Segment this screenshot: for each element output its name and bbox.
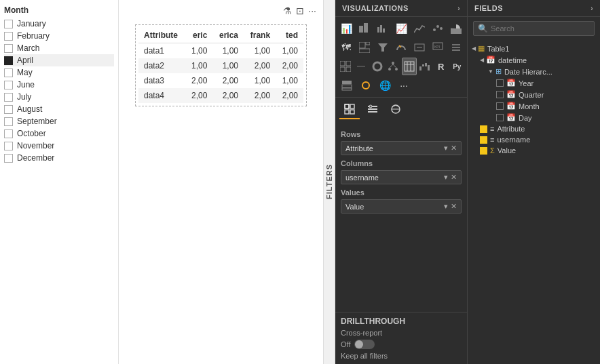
checkbox-january[interactable] <box>4 20 13 28</box>
viz-toolbar-fields-icon[interactable] <box>339 100 360 119</box>
tree-item-quarter[interactable]: 📅 Quarter <box>472 89 596 100</box>
columns-close[interactable]: ✕ <box>451 173 457 182</box>
viz-icon-treemap[interactable] <box>356 39 373 56</box>
viz-icon-decomp[interactable] <box>386 58 400 75</box>
more-icon[interactable]: ··· <box>308 5 316 16</box>
viz-icon-py[interactable]: Py <box>450 58 464 75</box>
checkbox-april[interactable] <box>4 56 13 65</box>
viz-icon-stacked-bar[interactable] <box>356 20 373 37</box>
viz-toolbar-format-icon[interactable] <box>362 100 383 119</box>
tree-item-year[interactable]: 📅 Year <box>472 77 596 89</box>
month-item-april[interactable]: April <box>4 54 114 66</box>
viz-icon-table[interactable] <box>402 58 417 75</box>
viz-icon-matrix[interactable] <box>338 58 352 75</box>
checkbox-may[interactable] <box>4 68 13 77</box>
tree-item-datetime[interactable]: ◀ 📅 datetime <box>472 54 596 66</box>
checkbox-march[interactable] <box>4 44 13 53</box>
checkbox-quarter[interactable] <box>496 91 504 98</box>
checkbox-year[interactable] <box>496 79 504 87</box>
tree-item-username[interactable]: ≡ username <box>472 134 596 145</box>
month-item-february[interactable]: February <box>4 30 114 42</box>
viz-icon-kpi[interactable]: KPI <box>429 39 446 56</box>
viz-icon-map[interactable]: 🗺 <box>338 39 355 56</box>
columns-field-chip[interactable]: username ▾ ✕ <box>341 170 462 184</box>
viz-panel-chevron[interactable]: › <box>457 5 460 12</box>
filters-tab[interactable]: FILTERS <box>323 0 335 364</box>
filter-icon[interactable]: ⚗ <box>283 5 292 16</box>
checkbox-day[interactable] <box>496 114 504 121</box>
month-item-november[interactable]: November <box>4 140 114 152</box>
svg-point-7 <box>440 27 443 30</box>
checkbox-september[interactable] <box>4 117 13 126</box>
month-label-november: November <box>17 141 54 150</box>
viz-icon-card[interactable] <box>411 39 428 56</box>
viz-icon-pie[interactable] <box>447 20 464 37</box>
svg-rect-42 <box>342 85 352 87</box>
values-close[interactable]: ✕ <box>451 202 457 211</box>
viz-icon-slicer[interactable] <box>447 39 464 56</box>
filters-tab-label: FILTERS <box>325 164 333 199</box>
viz-icon-r[interactable]: R <box>434 58 448 75</box>
tree-item-attribute[interactable]: ≡ Attribute <box>472 123 596 134</box>
viz-icon-shape[interactable] <box>357 77 375 94</box>
values-chevron[interactable]: ▾ <box>444 202 448 211</box>
search-input[interactable] <box>491 24 590 33</box>
focus-icon[interactable]: ⊡ <box>296 5 304 16</box>
values-field-chip[interactable]: Value ▾ ✕ <box>341 199 462 214</box>
viz-bottom-toolbar <box>335 97 467 122</box>
month-item-may[interactable]: May <box>4 66 114 79</box>
checkbox-november[interactable] <box>4 142 13 150</box>
checkbox-february[interactable] <box>4 32 13 41</box>
month-item-june[interactable]: June <box>4 79 114 91</box>
month-item-july[interactable]: July <box>4 91 114 103</box>
viz-icon-more[interactable]: ··· <box>395 77 413 94</box>
tree-item-datehierarchy[interactable]: ▼ ⊞ Date Hierarc... <box>472 66 596 77</box>
svg-rect-24 <box>346 67 351 72</box>
cross-report-toggle[interactable] <box>354 340 375 349</box>
checkbox-month[interactable] <box>496 102 504 110</box>
viz-icon-table2[interactable] <box>338 77 356 94</box>
viz-icon-web[interactable]: 🌐 <box>376 77 394 94</box>
tree-item-day[interactable]: 📅 Day <box>472 112 596 123</box>
viz-icon-gauge[interactable] <box>393 39 410 56</box>
right-container: VISUALIZATIONS › 📊 📈 <box>335 0 600 364</box>
month-item-december[interactable]: December <box>4 152 114 164</box>
checkbox-june[interactable] <box>4 81 13 89</box>
viz-toolbar-analytics-icon[interactable] <box>386 100 406 119</box>
checkbox-attribute[interactable] <box>480 125 487 133</box>
tree-item-month[interactable]: 📅 Month <box>472 100 596 112</box>
fields-panel-chevron[interactable]: › <box>590 5 593 12</box>
rows-field-chip[interactable]: Attribute ▾ ✕ <box>341 141 462 155</box>
month-item-september[interactable]: September <box>4 115 114 127</box>
viz-icon-funnel[interactable] <box>375 39 392 56</box>
checkbox-july[interactable] <box>4 93 13 102</box>
cell-data2-attr: data2 <box>138 58 185 73</box>
checkbox-december[interactable] <box>4 154 13 163</box>
viz-icons-row-1: 📊 📈 <box>338 20 464 37</box>
viz-icon-filled-map[interactable] <box>354 58 368 75</box>
checkbox-username[interactable] <box>480 136 487 144</box>
viz-icon-waterfall[interactable] <box>418 58 432 75</box>
tree-icon-attribute: ≡ <box>490 125 494 133</box>
viz-icon-scatter[interactable] <box>429 20 446 37</box>
checkbox-august[interactable] <box>4 105 13 114</box>
rows-chevron[interactable]: ▾ <box>444 144 448 153</box>
viz-icon-line[interactable]: 📈 <box>393 20 410 37</box>
month-item-march[interactable]: March <box>4 42 114 54</box>
checkbox-october[interactable] <box>4 129 13 138</box>
viz-icon-donut[interactable] <box>370 58 384 75</box>
month-item-october[interactable]: October <box>4 127 114 140</box>
month-list: JanuaryFebruaryMarchAprilMayJuneJulyAugu… <box>4 18 114 164</box>
columns-chevron[interactable]: ▾ <box>444 173 448 182</box>
viz-icon-clustered-bar[interactable] <box>375 20 392 37</box>
tree-item-value[interactable]: Σ Value <box>472 145 596 156</box>
svg-rect-0 <box>359 26 363 33</box>
viz-icon-bar[interactable]: 📊 <box>338 20 355 37</box>
month-item-january[interactable]: January <box>4 18 114 30</box>
cell-data2-eric: 1,00 <box>185 58 213 73</box>
tree-item-table1[interactable]: ◀ ▦ Table1 <box>472 43 596 54</box>
rows-close[interactable]: ✕ <box>451 144 457 153</box>
month-item-august[interactable]: August <box>4 103 114 115</box>
viz-icon-area[interactable] <box>411 20 428 37</box>
checkbox-value[interactable] <box>480 147 487 155</box>
